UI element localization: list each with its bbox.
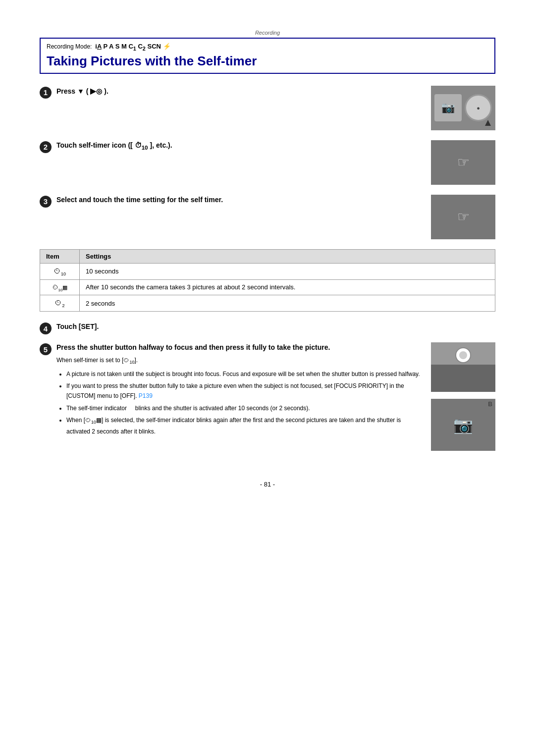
svg-marker-0 bbox=[485, 120, 491, 126]
label-b: B bbox=[488, 401, 492, 408]
step-3-image: ☞ bbox=[431, 195, 495, 239]
recording-mode-prefix: Recording Mode: bbox=[47, 43, 92, 50]
step-2-image: ☞ bbox=[431, 140, 495, 185]
table-cell-icon-3: ⏲2 bbox=[40, 295, 80, 312]
step-1-block: 1 Press ▼ ( ▶◎ ). 📷 ● bbox=[40, 86, 495, 130]
table-row: ⏲10 10 seconds bbox=[40, 263, 495, 279]
step-4-text: Touch [SET]. bbox=[56, 322, 495, 332]
step-5-text: Press the shutter button halfway to focu… bbox=[56, 342, 421, 353]
table-cell-icon-2: ⏲10▩ bbox=[40, 279, 80, 295]
step-4-block: 4 Touch [SET]. bbox=[40, 322, 495, 334]
step-3-text: Select and touch the time setting for th… bbox=[56, 195, 421, 205]
step-2-content: Touch self-timer icon ([ ⏱10 ], etc.). bbox=[56, 140, 421, 152]
table-row: ⏲2 2 seconds bbox=[40, 295, 495, 312]
recording-mode-icons: iA P A S M C1 C2 SCN ⚡ bbox=[94, 43, 171, 50]
step-3-block: 3 Select and touch the time setting for … bbox=[40, 195, 495, 239]
step-5-content: Press the shutter button halfway to focu… bbox=[56, 342, 421, 438]
step-2-text: Touch self-timer icon ([ ⏱10 ], etc.). bbox=[56, 140, 421, 152]
step-1-content: Press ▼ ( ▶◎ ). bbox=[56, 86, 421, 97]
table-row: ⏲10▩ After 10 seconds the camera takes 3… bbox=[40, 279, 495, 295]
step-5-image-bottom: B 📷 bbox=[431, 399, 495, 451]
step-3-badge: 3 bbox=[40, 196, 52, 208]
step-4-content: Touch [SET]. bbox=[56, 322, 495, 332]
step-5-image-top bbox=[431, 342, 495, 392]
bullet-3: The self-timer indicator blinks and the … bbox=[66, 403, 421, 413]
table-header-item: Item bbox=[40, 249, 80, 263]
table-cell-setting-2: After 10 seconds the camera takes 3 pict… bbox=[80, 279, 495, 295]
bullet-1: A picture is not taken until the subject… bbox=[66, 369, 421, 379]
step-1-image: 📷 ● bbox=[431, 86, 495, 130]
p139-link[interactable]: P139 bbox=[139, 392, 153, 399]
step-5-note: When self-timer is set to [⏲10]. bbox=[56, 357, 421, 365]
page-number: - 81 - bbox=[40, 481, 495, 488]
step-2-badge: 2 bbox=[40, 141, 52, 153]
step-5-badge: 5 bbox=[40, 343, 52, 355]
table-cell-icon-1: ⏲10 bbox=[40, 263, 80, 279]
bullet-2: If you want to press the shutter button … bbox=[66, 381, 421, 401]
recording-mode-line: Recording Mode: iA P A S M C1 C2 SCN ⚡ bbox=[47, 43, 488, 52]
step-5-block: 5 Press the shutter button halfway to fo… bbox=[40, 342, 495, 451]
step-4-badge: 4 bbox=[40, 323, 52, 334]
table-cell-setting-3: 2 seconds bbox=[80, 295, 495, 312]
page-title: Taking Pictures with the Self-timer bbox=[47, 54, 488, 69]
table-header-settings: Settings bbox=[80, 249, 495, 263]
settings-table: Item Settings ⏲10 10 seconds ⏲10▩ After … bbox=[40, 249, 495, 312]
step-2-block: 2 Touch self-timer icon ([ ⏱10 ], etc.).… bbox=[40, 140, 495, 185]
bullet-list: A picture is not taken until the subject… bbox=[56, 369, 421, 437]
bullet-4: When [⏲10▩] is selected, the self-timer … bbox=[66, 415, 421, 436]
step-5-images: B 📷 bbox=[431, 342, 495, 451]
step-3-content: Select and touch the time setting for th… bbox=[56, 195, 421, 205]
step-1-badge: 1 bbox=[40, 87, 52, 99]
table-cell-setting-1: 10 seconds bbox=[80, 263, 495, 279]
step-1-text: Press ▼ ( ▶◎ ). bbox=[56, 86, 421, 97]
recording-label: Recording bbox=[40, 30, 495, 36]
header-box: Recording Mode: iA P A S M C1 C2 SCN ⚡ T… bbox=[40, 38, 495, 74]
